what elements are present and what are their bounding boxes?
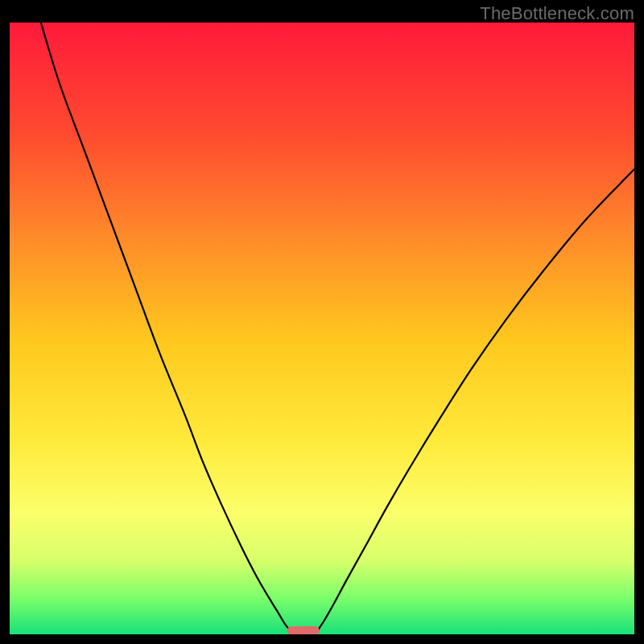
plot-area: [10, 23, 634, 634]
bottleneck-marker: [287, 626, 320, 634]
chart-svg: [10, 23, 634, 634]
frame: TheBottleneck.com: [0, 0, 644, 644]
watermark-text: TheBottleneck.com: [480, 3, 634, 24]
gradient-background: [10, 23, 634, 634]
